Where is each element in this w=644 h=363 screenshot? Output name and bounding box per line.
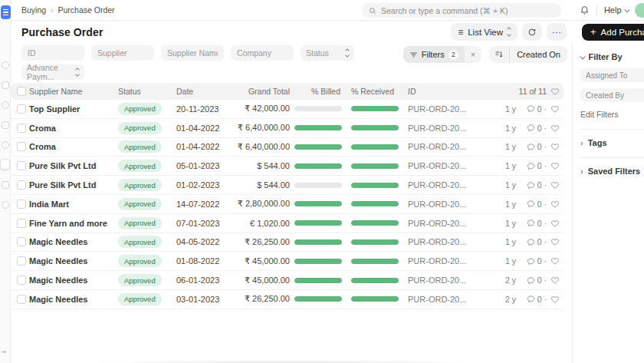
select-all-checkbox[interactable] (17, 87, 26, 96)
like-button[interactable] (547, 142, 564, 151)
row-checkbox[interactable] (17, 161, 26, 170)
row-checkbox[interactable] (17, 256, 26, 266)
add-purchase-order-button[interactable]: + Add Purchase Order (582, 24, 644, 41)
comments-indicator[interactable]: 0 · (516, 180, 547, 190)
like-button[interactable] (547, 276, 564, 285)
order-id[interactable]: PUR-ORD-20... (405, 180, 488, 190)
app-icon[interactable] (2, 101, 9, 109)
order-id[interactable]: PUR-ORD-20... (405, 295, 488, 304)
table-row[interactable]: Magic Needles Approved 06-01-2023 ₹ 45,0… (11, 271, 564, 290)
app-icon[interactable] (2, 61, 9, 69)
row-checkbox[interactable] (17, 142, 26, 151)
view-switcher-button[interactable]: ≡ List View (451, 23, 518, 41)
supplier-name[interactable]: Magic Needles (29, 256, 118, 266)
table-row[interactable]: Magic Needles Approved 01-08-2022 ₹ 45,0… (11, 252, 564, 271)
table-row[interactable]: Magic Needles Approved 04-05-2022 ₹ 26,2… (11, 233, 564, 252)
user-avatar[interactable] (635, 3, 644, 18)
supplier-name[interactable]: Fine Yarn and more (29, 219, 118, 228)
app-icon-active[interactable] (0, 159, 10, 170)
comments-indicator[interactable]: 0 · (516, 237, 547, 246)
order-id[interactable]: PUR-ORD-20... (405, 200, 488, 209)
comments-indicator[interactable]: 0 · (516, 276, 547, 285)
row-checkbox[interactable] (17, 295, 26, 304)
filter-input-id[interactable] (21, 45, 84, 61)
like-button[interactable] (547, 219, 564, 228)
edit-filters-link[interactable]: Edit Filters (580, 110, 644, 119)
like-button[interactable] (547, 104, 564, 114)
supplier-name[interactable]: Magic Needles (29, 295, 118, 304)
supplier-name[interactable]: Pure Silk Pvt Ltd (29, 161, 118, 170)
supplier-name[interactable]: Croma (29, 124, 118, 133)
refresh-button[interactable] (522, 23, 542, 41)
table-row[interactable]: Pure Silk Pvt Ltd Approved 05-01-2023 $ … (11, 157, 564, 176)
clear-filters-button[interactable]: × (465, 50, 481, 59)
comments-indicator[interactable]: 0 · (516, 161, 547, 170)
comments-indicator[interactable]: 0 · (516, 142, 547, 151)
row-checkbox[interactable] (17, 180, 26, 190)
order-id[interactable]: PUR-ORD-20... (405, 142, 488, 151)
tags-section[interactable]: › Tags (580, 138, 644, 147)
breadcrumb-item[interactable]: Purchase Order (58, 5, 114, 15)
sort-field-button[interactable]: Created On (510, 50, 567, 59)
order-id[interactable]: PUR-ORD-20... (405, 276, 488, 285)
filter-select-status[interactable]: Status (301, 45, 354, 61)
order-id[interactable]: PUR-ORD-20... (405, 237, 488, 246)
table-row[interactable]: Croma Approved 01-04-2022 ₹ 6,40,000.00 … (11, 138, 564, 157)
col-grand-total[interactable]: Grand Total (232, 87, 290, 96)
like-button[interactable] (547, 200, 564, 209)
col-id[interactable]: ID (405, 87, 488, 96)
help-menu[interactable]: Help (604, 5, 628, 15)
comments-indicator[interactable]: 0 · (516, 295, 547, 304)
row-checkbox[interactable] (17, 219, 26, 228)
like-button[interactable] (547, 124, 564, 133)
comments-indicator[interactable]: 0 · (516, 200, 547, 209)
order-id[interactable]: PUR-ORD-20... (405, 104, 488, 114)
col-percent-billed[interactable]: % Billed (290, 87, 345, 96)
saved-filters-section[interactable]: › Saved Filters (580, 167, 644, 176)
filter-input-supplier-name[interactable] (161, 45, 224, 61)
filters-button[interactable]: Filters 2 (403, 46, 465, 63)
supplier-name[interactable]: Magic Needles (29, 276, 118, 285)
supplier-name[interactable]: Pure Silk Pvt Ltd (29, 180, 118, 190)
row-checkbox[interactable] (17, 104, 26, 114)
more-options-button[interactable]: ··· (547, 23, 567, 41)
like-button[interactable] (547, 256, 564, 266)
app-icon[interactable] (2, 81, 9, 89)
command-search[interactable] (362, 3, 561, 18)
comments-indicator[interactable]: 0 · (516, 219, 547, 228)
supplier-name[interactable]: India Mart (29, 200, 118, 209)
app-menu-icon[interactable] (1, 5, 11, 19)
row-checkbox[interactable] (17, 276, 26, 285)
rail-collapse-icon[interactable]: ⇥ (1, 348, 6, 355)
search-input[interactable] (381, 6, 554, 15)
table-row[interactable]: Pure Silk Pvt Ltd Approved 01-02-2023 $ … (11, 176, 564, 195)
filter-by-section[interactable]: Filter By (580, 52, 644, 61)
app-icon[interactable] (2, 181, 9, 189)
col-status[interactable]: Status (118, 87, 176, 96)
supplier-name[interactable]: Magic Needles (29, 237, 118, 246)
row-checkbox[interactable] (17, 200, 26, 209)
breadcrumb-item[interactable]: Buying (21, 5, 46, 15)
filter-select-advance-payment[interactable]: Advance Paym... (21, 64, 84, 80)
like-button[interactable] (547, 295, 564, 304)
filter-input-company[interactable] (231, 45, 294, 61)
row-checkbox[interactable] (17, 237, 26, 246)
app-icon[interactable] (2, 201, 9, 209)
order-id[interactable]: PUR-ORD-20... (405, 256, 488, 266)
app-icon[interactable] (2, 141, 9, 149)
row-checkbox[interactable] (17, 124, 26, 133)
comments-indicator[interactable]: 0 · (516, 104, 547, 114)
order-id[interactable]: PUR-ORD-20... (405, 124, 488, 133)
like-button[interactable] (547, 237, 564, 246)
like-button[interactable] (547, 161, 564, 170)
order-id[interactable]: PUR-ORD-20... (405, 219, 488, 228)
col-supplier-name[interactable]: Supplier Name (29, 87, 118, 96)
table-row[interactable]: Fine Yarn and more Approved 07-01-2023 €… (11, 214, 564, 233)
order-id[interactable]: PUR-ORD-20... (405, 161, 488, 170)
notifications-bell-icon[interactable] (580, 5, 590, 15)
table-row[interactable]: Top Supplier Approved 20-11-2023 ₹ 42,00… (11, 100, 564, 119)
assigned-to-input[interactable] (580, 68, 644, 82)
table-row[interactable]: Magic Needles Approved 03-01-2023 ₹ 26,2… (11, 290, 564, 309)
comments-indicator[interactable]: 0 · (516, 124, 547, 133)
supplier-name[interactable]: Top Supplier (29, 104, 118, 114)
